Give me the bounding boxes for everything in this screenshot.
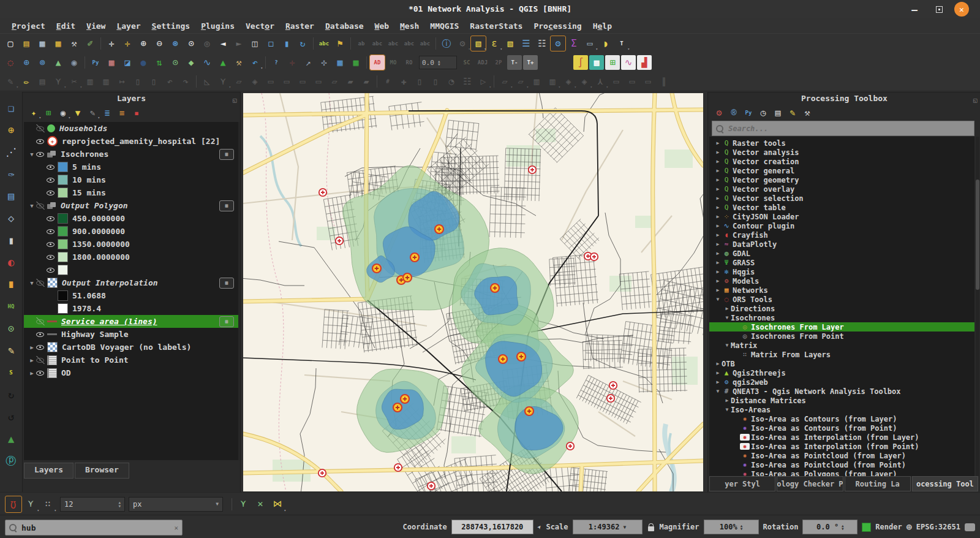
toolbox-item[interactable]: ✹Iso-Area as Interpolation (from Point) [709,442,974,451]
expand-arrow-icon[interactable]: ▼ [723,315,731,320]
coordinate-input[interactable]: 288743,1617820 [451,520,533,534]
new-map-view-button[interactable]: ◫ [247,36,262,51]
layer-indicator-badge[interactable]: ▦ [219,316,234,327]
hospital-marker-selected[interactable] [372,264,381,273]
trace-tool-5[interactable]: ◈▾ [561,74,576,89]
toolbox-item[interactable]: ✹Iso-Area as Pointcloud (from Layer) [709,451,974,460]
hospital-marker-selected[interactable] [491,284,499,292]
hospital-marker[interactable] [567,442,574,450]
rotate-feature-button[interactable]: ▱ [232,74,246,89]
crosshair-tool-button[interactable]: ✛ [285,55,300,70]
toolbox-item[interactable]: ▶QVector geometry [709,175,974,184]
visibility-toggle[interactable] [47,176,55,184]
menu-mesh[interactable]: Mesh [394,20,424,32]
azimuth-tool-button[interactable]: ↗ [301,55,315,70]
menu-project[interactable]: Project [6,20,51,32]
select-features-button[interactable]: ▧▾ [471,36,486,51]
trace-tool-6[interactable]: ◈▾ [577,74,592,89]
expand-arrow-icon[interactable]: ▶ [714,205,722,210]
toolbox-item[interactable]: ▶QVector creation [709,157,974,166]
hospital-marker-selected[interactable] [499,355,507,363]
expand-arrow-icon[interactable]: ▶ [714,223,722,229]
hospital-marker-selected[interactable] [435,225,443,233]
statistical-summary-button[interactable]: Σ [567,36,581,51]
simplify-feature-button[interactable]: ◈ [247,74,262,89]
expand-arrow-icon[interactable]: ▶ [714,195,722,201]
expand-arrow-icon[interactable]: ▶ [714,361,722,366]
toolbox-item[interactable]: ✹Iso-Area as Pointcloud (from Point) [709,460,974,469]
toolbox-item[interactable]: ▶◍GDAL [709,249,974,258]
trace-tool-4[interactable]: ▥▾ [545,74,560,89]
toolbox-item[interactable]: ▶⚙qgis2web [709,377,974,387]
expand-arrow-icon[interactable]: ▶ [714,260,722,265]
hospital-marker-selected[interactable] [517,352,526,361]
results-viewer-button[interactable]: ▤ [771,106,785,119]
digitize-vertex-button[interactable]: ⋎▾ [51,74,66,89]
map-edit-icon[interactable]: ✎ [3,343,19,358]
menu-processing[interactable]: Processing [528,20,587,32]
visibility-toggle[interactable] [36,356,45,364]
open-project-button[interactable]: ▤ [19,36,34,51]
clear-icon[interactable]: ✕ [174,524,178,532]
menu-plugins[interactable]: Plugins [195,20,240,32]
adj-mode-button[interactable]: ADJ [475,55,490,70]
build-tools-button[interactable]: ⚒ [232,55,246,70]
current-edits-button[interactable]: ✎▾ [3,74,18,89]
toolbox-item[interactable]: ▼#QNEAT3 - Qgis Network Analysis Toolbox [709,387,974,396]
labeling-button[interactable]: abc [317,36,331,51]
expand-all-button[interactable]: ≣ [100,106,114,119]
zoom-next-button[interactable]: ► [232,36,246,51]
visibility-toggle[interactable] [47,266,55,274]
hospital-marker[interactable] [319,189,326,196]
topology-x-button[interactable]: ✕ [252,496,268,512]
expand-arrow-icon[interactable]: ▶ [714,214,722,219]
label-tool-1[interactable]: ab [354,36,369,51]
hospital-marker[interactable] [336,237,343,244]
layer-row[interactable]: 10 mins [24,173,239,186]
save-project-button[interactable]: ▦ [35,36,50,51]
toolbox-item[interactable]: ▶⚙Models [709,276,974,286]
trace-tool-11[interactable]: ∥ [657,74,671,89]
mo-mode-button[interactable]: MO [386,55,401,70]
ors-curve-button[interactable]: ∫ [573,55,588,70]
select-by-expression-button[interactable]: ε▾ [487,36,502,51]
python-console-button[interactable]: Py [88,55,103,70]
expand-arrow-icon[interactable]: ▶ [714,241,722,247]
hospital-marker[interactable] [607,395,614,402]
label-tool-5[interactable]: abc [418,36,432,51]
toolbox-item[interactable]: ✹Iso-Area as Contours (from Point) [709,423,974,433]
toolbox-item[interactable]: ▶QVector selection [709,194,974,203]
ro-mode-button[interactable]: RO [402,55,417,70]
visibility-toggle[interactable] [36,343,45,351]
save-project-as-button[interactable]: ▦ [51,36,66,51]
hospital-marker[interactable] [318,469,326,477]
chip-icon[interactable]: ▤ [3,188,19,204]
toolbox-item[interactable]: ▶▲Qgis2threejs [709,368,974,377]
add-ring-button[interactable]: ▭ [263,74,278,89]
toolbox-item[interactable]: ▶OTB [709,359,974,368]
measure-button[interactable]: ▭▾ [582,36,597,51]
grass-tools-button[interactable]: ⇅ [152,55,167,70]
trace-tool-1[interactable]: ▱▾ [497,74,512,89]
trace-tool-10[interactable]: ▭ [641,74,655,89]
help-contents-button[interactable]: ? [269,55,284,70]
expand-arrow-icon[interactable]: ▶ [714,186,722,192]
messages-icon[interactable] [965,523,975,531]
map-canvas[interactable] [243,93,703,491]
expand-arrow-icon[interactable]: ▶ [714,140,722,146]
visibility-toggle[interactable] [36,317,45,325]
close-button[interactable]: ✕ [954,2,969,17]
menu-database[interactable]: Database [320,20,369,32]
layer-row[interactable]: 51.0688 [24,289,239,302]
models-button[interactable]: ⚙ [712,106,726,119]
attributes-grid-button[interactable]: ☷ [460,74,475,89]
tab-browser[interactable]: Browser [75,463,129,479]
feather-icon[interactable]: ✑ [3,166,19,182]
menu-raster[interactable]: Raster [280,20,320,32]
dock-tab[interactable]: yer Styl [709,476,775,491]
flag-ball-icon[interactable]: ◐ [3,254,19,270]
vector-check-icon[interactable]: ◇ [3,210,19,226]
visibility-toggle[interactable] [36,330,45,338]
maximize-button[interactable] [932,2,946,16]
toolbox-item[interactable]: ▶QVector table [709,203,974,212]
